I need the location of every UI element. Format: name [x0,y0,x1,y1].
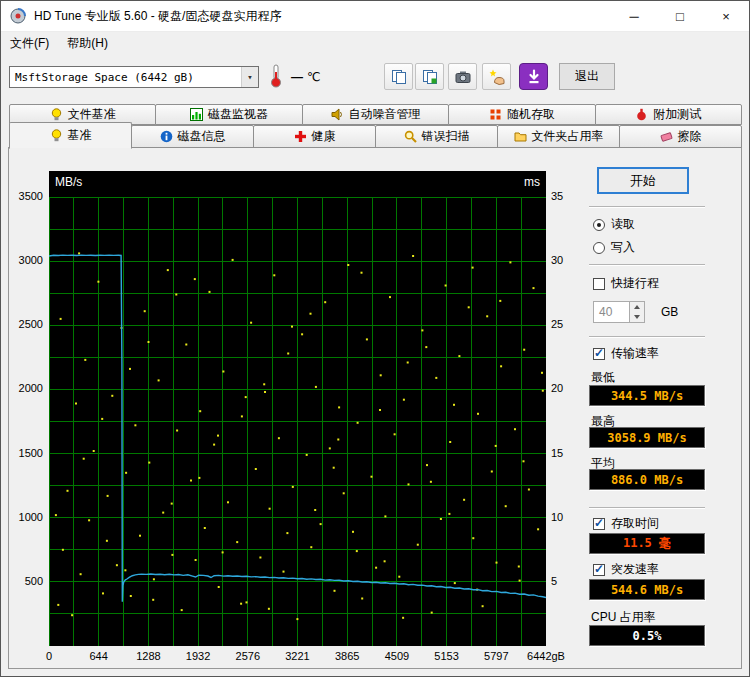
spinner[interactable] [629,302,644,322]
tab-row-2: 基准 磁盘信息 健康 错误扫描 文件夹占用率 擦除 [9,125,741,148]
extra-tests-icon [635,108,648,121]
transfer-rate-checkbox[interactable]: 传输速率 [593,345,659,362]
chevron-down-icon: ▾ [241,67,258,87]
temperature-unit: ℃ [307,70,320,84]
tab-auto-acoustic[interactable]: 自动噪音管理 [302,104,449,125]
window-title: HD Tune 专业版 5.60 - 硬盘/固态硬盘实用程序 [34,8,281,25]
checkbox-icon [593,348,605,360]
y-right-tick: 5 [551,575,581,587]
y-right-tick: 15 [551,447,581,459]
tab-benchmark[interactable]: 基准 [9,122,132,149]
burst-rate-value-display: 544.6 MB/s [589,579,705,600]
tab-label: 健康 [312,128,336,145]
menu-help[interactable]: 帮助(H) [58,33,117,54]
plot-canvas [49,171,546,646]
health-cross-icon [294,130,307,143]
window-controls: ─ □ × [611,1,749,31]
y-left-tick: 2000 [1,382,43,394]
random-access-icon [489,108,502,121]
thermometer-icon [269,63,283,89]
device-select[interactable]: MsftStorage Space (6442 gB) ▾ [9,66,259,88]
eraser-icon [660,130,673,143]
write-radio-label: 写入 [611,239,635,256]
maximize-button[interactable]: □ [657,1,703,31]
access-time-label: 存取时间 [611,515,659,532]
tab-folder-usage[interactable]: 文件夹占用率 [497,125,620,148]
tab-disk-monitor[interactable]: 磁盘监视器 [155,104,302,125]
close-button[interactable]: × [703,1,749,31]
titlebar: HD Tune 专业版 5.60 - 硬盘/固态硬盘实用程序 ─ □ × [1,1,749,32]
copy-button[interactable] [384,63,413,90]
tab-label: 文件夹占用率 [532,128,604,145]
y-right-tick: 35 [551,190,581,202]
cpu-usage-label: CPU 占用率 [591,609,656,626]
short-stroke-label: 快捷行程 [611,275,659,292]
y-left-tick: 1500 [1,447,43,459]
monitor-icon [190,108,203,121]
tab-label: 附加测试 [653,106,701,123]
y-left-tick: 3500 [1,190,43,202]
burst-rate-label: 突发速率 [611,561,659,578]
tab-label: 基准 [68,127,92,144]
minimize-button[interactable]: ─ [611,1,657,31]
read-radio[interactable]: 读取 [593,216,635,233]
tab-disk-info[interactable]: 磁盘信息 [131,125,254,148]
tab-label: 自动噪音管理 [349,106,421,123]
info-icon [160,130,173,143]
access-time-value-display: 11.5 毫 [589,533,705,554]
tab-erase[interactable]: 擦除 [619,125,742,148]
device-select-value: MsftStorage Space (6442 gB) [15,71,194,84]
tab-error-scan[interactable]: 错误扫描 [375,125,498,148]
x-tick: 6442gB [512,650,580,662]
spin-up-icon[interactable] [630,302,644,312]
tab-label: 磁盘信息 [178,128,226,145]
exit-button[interactable]: 退出 [559,63,615,90]
magnifier-icon [404,130,417,143]
tab-extra-tests[interactable]: 附加测试 [595,104,742,125]
avg-value-display: 886.0 MB/s [589,469,705,490]
screenshot-button[interactable] [448,63,477,90]
menu-file[interactable]: 文件(F) [1,33,58,54]
hdtune-window: HD Tune 专业版 5.60 - 硬盘/固态硬盘实用程序 ─ □ × 文件(… [0,0,750,677]
tab-label: 错误扫描 [422,128,470,145]
checkbox-icon [593,278,605,290]
start-button[interactable]: 开始 [597,167,689,194]
y-left-tick: 500 [1,575,43,587]
tab-label: 文件基准 [68,106,116,123]
panel-separator [589,264,705,266]
lamp-icon [50,129,63,142]
burst-rate-checkbox[interactable]: 突发速率 [593,561,659,578]
copy-to-file-button[interactable] [415,63,444,90]
short-stroke-checkbox[interactable]: 快捷行程 [593,275,659,292]
write-radio[interactable]: 写入 [593,239,635,256]
toolbar: MsftStorage Space (6442 gB) ▾ — ℃ [1,54,749,100]
gb-unit-label: GB [661,305,678,319]
tab-label: 磁盘监视器 [208,106,268,123]
spin-down-icon[interactable] [630,312,644,322]
update-button[interactable] [519,63,548,90]
benchmark-plot: MB/s ms [49,171,546,646]
tab-random-access[interactable]: 随机存取 [448,104,595,125]
radio-icon [593,242,605,254]
panel-separator [589,507,705,509]
min-label: 最低 [591,369,615,386]
temperature-value: — [291,70,303,84]
donate-button[interactable] [482,63,511,90]
y-right-tick: 25 [551,318,581,330]
y-left-unit-label: MB/s [55,175,82,189]
transfer-rate-label: 传输速率 [611,345,659,362]
access-time-checkbox[interactable]: 存取时间 [593,515,659,532]
panel-separator [589,206,705,208]
y-right-tick: 10 [551,511,581,523]
radio-icon [593,219,605,231]
panel-separator [589,336,705,338]
y-left-tick: 3000 [1,254,43,266]
tab-health[interactable]: 健康 [253,125,376,148]
checkbox-icon [593,564,605,576]
cpu-usage-value-display: 0.5% [589,625,705,646]
short-stroke-size-value: 40 [594,305,629,319]
short-stroke-size-input[interactable]: 40 [593,301,645,323]
lamp-icon [50,108,63,121]
y-left-tick: 1000 [1,511,43,523]
camera-icon [455,69,471,85]
